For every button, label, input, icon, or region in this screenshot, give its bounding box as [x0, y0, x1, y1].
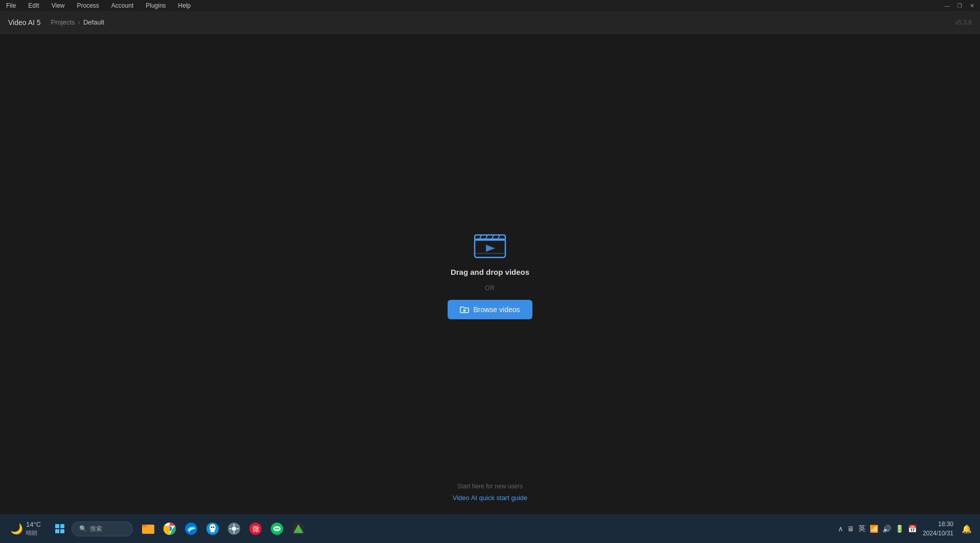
taskbar-search[interactable]: 🔍 搜索 — [72, 522, 133, 536]
taskbar-app-chat[interactable] — [268, 520, 286, 538]
start-button[interactable] — [50, 519, 69, 538]
menu-help[interactable]: Help — [176, 1, 193, 10]
menu-plugins[interactable]: Plugins — [144, 1, 168, 10]
tray-battery-icon[interactable]: 🔋 — [895, 525, 904, 533]
breadcrumb: Projects › Default — [51, 18, 105, 26]
quick-start-guide-link[interactable]: Video AI quick start guide — [453, 494, 527, 502]
svg-marker-8 — [463, 309, 466, 312]
taskbar-app-settings[interactable] — [225, 520, 243, 538]
version-label: v5.3.8 — [955, 19, 972, 26]
weather-desc: 晴朗 — [26, 529, 41, 536]
tray-calendar-icon[interactable]: 📅 — [908, 525, 917, 533]
svg-rect-10 — [142, 525, 147, 527]
breadcrumb-parent[interactable]: Projects — [51, 18, 75, 26]
tray-monitor-icon[interactable]: 🖥 — [847, 525, 854, 533]
titlebar: File EdIt View Process Account Plugins H… — [0, 0, 980, 11]
browse-videos-button[interactable]: Browse videos — [448, 300, 532, 319]
windows-logo-icon — [55, 524, 64, 533]
taskbar-app-edge[interactable] — [182, 520, 200, 538]
taskbar-apps: 微 — [139, 520, 308, 538]
maximize-button[interactable]: ❐ — [955, 2, 964, 10]
breadcrumb-separator: › — [78, 18, 80, 26]
breadcrumb-current: Default — [83, 18, 104, 26]
weather-icon: 🌙 — [10, 523, 23, 535]
minimize-button[interactable]: — — [943, 2, 951, 10]
main-content: Drag and drop videos OR Browse videos St… — [0, 34, 980, 514]
search-label: 搜索 — [90, 525, 102, 533]
menu-file[interactable]: File — [4, 1, 18, 10]
svg-rect-23 — [229, 528, 231, 529]
svg-point-31 — [278, 528, 279, 530]
tray-volume-icon[interactable]: 🔊 — [882, 525, 891, 533]
svg-rect-24 — [237, 528, 239, 529]
start-here-text: Start here for new users — [453, 483, 527, 490]
menu-view[interactable]: View — [50, 1, 67, 10]
menu-process[interactable]: Process — [75, 1, 101, 10]
menu-account[interactable]: Account — [109, 1, 135, 10]
clock-date: 2024/10/31 — [923, 529, 953, 538]
browse-videos-label: Browse videos — [473, 305, 520, 314]
taskbar-app-chrome[interactable] — [160, 520, 179, 538]
svg-point-18 — [211, 530, 215, 532]
tray-lang-icon[interactable]: 英 — [858, 524, 866, 533]
drag-drop-text: Drag and drop videos — [451, 268, 529, 276]
app-title: Video AI 5 — [8, 18, 41, 27]
window-controls: — ❐ ✕ — [943, 2, 976, 10]
svg-point-16 — [211, 527, 213, 528]
taskbar-app-topaz[interactable] — [289, 520, 308, 538]
taskbar-right: ∧ 🖥 英 📶 🔊 🔋 📅 18:30 2024/10/31 🔔 — [838, 520, 974, 538]
taskbar-clock[interactable]: 18:30 2024/10/31 — [923, 520, 953, 538]
svg-rect-22 — [234, 531, 235, 533]
svg-point-17 — [213, 527, 215, 528]
drop-area: Drag and drop videos OR Browse videos — [448, 229, 532, 319]
svg-point-30 — [276, 528, 278, 530]
appbar: Video AI 5 Projects › Default v5.3.8 — [0, 11, 980, 34]
menu-bar: File EdIt View Process Account Plugins H… — [4, 1, 193, 10]
or-divider: OR — [485, 285, 495, 292]
notification-bell[interactable]: 🔔 — [960, 522, 974, 536]
svg-point-29 — [275, 528, 276, 530]
clock-time: 18:30 — [923, 520, 953, 529]
tray-expand-icon[interactable]: ∧ — [838, 525, 843, 533]
menu-edit[interactable]: EdIt — [26, 1, 41, 10]
taskbar-app-weibo[interactable]: 微 — [246, 520, 265, 538]
svg-point-15 — [209, 524, 216, 531]
close-button[interactable]: ✕ — [968, 2, 976, 10]
system-tray: ∧ 🖥 英 📶 🔊 🔋 📅 — [838, 524, 917, 533]
taskbar-app-files[interactable] — [139, 520, 157, 538]
weather-temp: 14°C — [26, 521, 41, 529]
help-section: Start here for new users Video AI quick … — [453, 483, 527, 502]
taskbar-app-qq[interactable] — [203, 520, 222, 538]
taskbar: 🌙 14°C 晴朗 🔍 搜索 — [0, 514, 980, 543]
svg-marker-6 — [486, 245, 495, 252]
svg-rect-21 — [234, 524, 235, 526]
search-icon: 🔍 — [79, 525, 87, 532]
svg-point-20 — [232, 527, 236, 531]
tray-wifi-icon[interactable]: 📶 — [870, 525, 878, 533]
clapperboard-icon — [472, 229, 508, 259]
folder-play-icon — [460, 305, 469, 314]
weather-info: 14°C 晴朗 — [26, 521, 41, 536]
svg-text:微: 微 — [252, 525, 260, 533]
weather-widget: 🌙 14°C 晴朗 — [6, 518, 45, 538]
